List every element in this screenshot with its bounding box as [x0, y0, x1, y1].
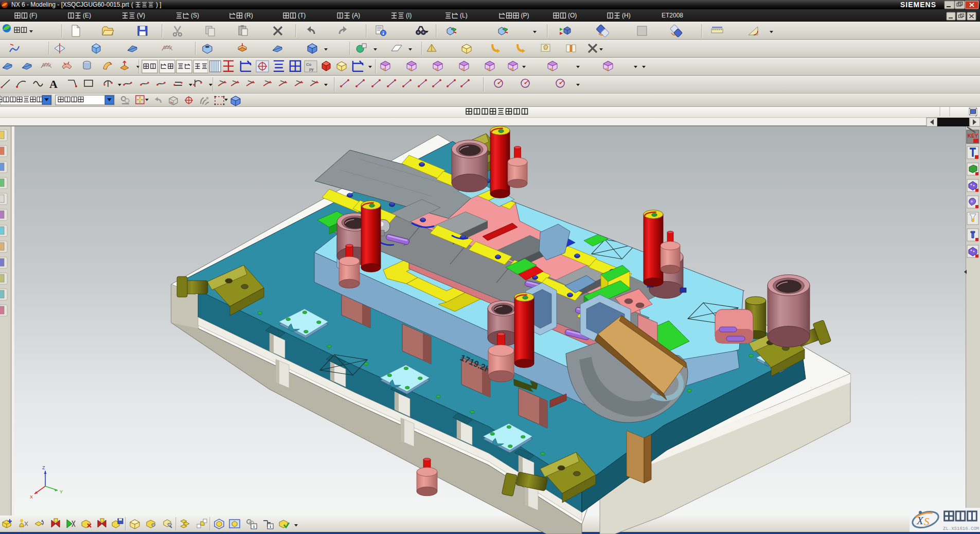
svg-text:(I): (I): [406, 12, 412, 19]
svg-text:ZL.XS1616.COM: ZL.XS1616.COM: [943, 526, 979, 531]
svg-text:X: X: [30, 494, 33, 500]
svg-text:A: A: [49, 78, 58, 90]
svg-text:NX 6 - Modeling - [XSQCJGUG60-: NX 6 - Modeling - [XSQCJGUG60-0015.prt: [11, 1, 129, 8]
svg-text:Y: Y: [60, 489, 63, 494]
svg-text:Co: Co: [306, 62, 312, 67]
svg-text:X: X: [916, 514, 924, 527]
svg-text:(S): (S): [191, 12, 199, 19]
svg-text:(F): (F): [29, 12, 37, 19]
svg-text:(E): (E): [83, 12, 91, 19]
svg-text:Z: Z: [42, 465, 45, 470]
svg-text:S: S: [924, 515, 930, 528]
svg-text:SIEMENS: SIEMENS: [900, 1, 936, 9]
svg-text:(O): (O): [568, 12, 577, 19]
svg-text:(H): (H): [622, 12, 631, 19]
svg-text:(T): (T): [298, 12, 306, 19]
svg-text:py: py: [309, 67, 313, 71]
svg-text:(V): (V): [137, 12, 145, 19]
svg-text:(: (: [131, 1, 133, 8]
svg-text:(P): (P): [521, 12, 529, 19]
svg-text:(L): (L): [460, 12, 468, 19]
svg-text:KEY: KEY: [968, 133, 978, 139]
svg-text:) ]: ) ]: [156, 1, 162, 8]
svg-text:(A): (A): [352, 12, 360, 19]
svg-text:ET2008: ET2008: [662, 12, 683, 19]
svg-text:(R): (R): [244, 12, 253, 19]
